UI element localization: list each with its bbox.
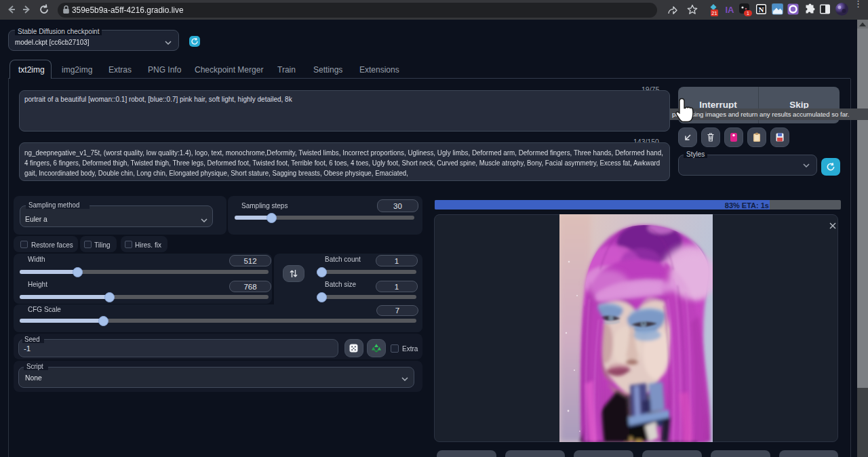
- svg-text:N: N: [759, 5, 764, 14]
- svg-text:1: 1: [747, 11, 749, 16]
- svg-text:21: 21: [711, 10, 717, 16]
- svg-text:IA: IA: [726, 5, 735, 15]
